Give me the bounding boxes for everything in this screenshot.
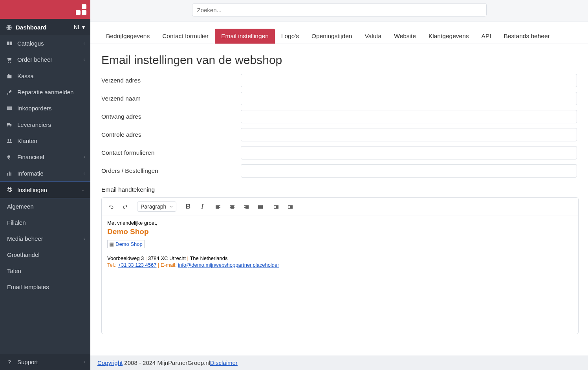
question-icon: ? (5, 359, 13, 365)
sidebar-item-label: Leveranciers (17, 121, 51, 128)
field-label: Controle adres (101, 131, 241, 138)
sidebar-item-label: Reparatie aanmelden (17, 89, 73, 95)
settings-tabs: BedrijfgegevensContact formulierEmail in… (90, 22, 588, 44)
tab-logo-s[interactable]: Logo's (275, 29, 305, 44)
align-justify-button[interactable] (256, 203, 264, 211)
tab-bedrijfgegevens[interactable]: Bedrijfgegevens (100, 29, 156, 44)
rich-text-editor: Paragraph B I (101, 197, 579, 334)
chevron-left-icon: ‹ (84, 41, 85, 46)
sidebar-subitem-label: Media beheer (7, 235, 43, 242)
sidebar-item-inkooporders[interactable]: Inkooporders (0, 100, 90, 116)
chevron-down-icon: ▾ (82, 24, 85, 30)
sidebar-item-catalogus[interactable]: Catalogus‹ (0, 35, 90, 51)
form-row: Contact formulieren (101, 146, 577, 159)
tab-bestands-beheer[interactable]: Bestands beheer (498, 29, 556, 44)
users-icon (5, 137, 13, 144)
gears-icon (5, 187, 13, 193)
sidebar-subitem-label: Algemeen (7, 203, 34, 210)
align-left-button[interactable] (214, 203, 222, 211)
sidebar-item-reparatie-aanmelden[interactable]: Reparatie aanmelden (0, 84, 90, 100)
tools-icon (5, 89, 13, 95)
sidebar-subitem-groothandel[interactable]: Groothandel (0, 247, 90, 263)
globe-icon (5, 24, 13, 31)
sidebar-item-order-beheer[interactable]: Order beheer‹ (0, 51, 90, 68)
signature-email-link[interactable]: info@demo.mijnwebshoppartner.placeholder (178, 262, 279, 268)
search-input[interactable] (192, 3, 487, 16)
chevron-left-icon: ‹ (84, 155, 85, 159)
sidebar-subitem-filialen[interactable]: Filialen (0, 214, 90, 231)
chevron-left-icon: ‹ (84, 171, 85, 176)
tab-contact-formulier[interactable]: Contact formulier (156, 29, 215, 44)
redo-button[interactable] (121, 203, 129, 211)
indent-button[interactable] (286, 203, 294, 211)
sidebar-item-financieel[interactable]: Financieel‹ (0, 149, 90, 165)
tab-website[interactable]: Website (388, 29, 422, 44)
form-row: Verzend adres (101, 74, 577, 87)
main-content: BedrijfgegevensContact formulierEmail in… (90, 0, 588, 370)
language-switcher[interactable]: NL ▾ (74, 24, 85, 30)
field-input-ontvang-adres[interactable] (241, 110, 577, 123)
cardlist-icon (5, 105, 13, 112)
sidebar-item-kassa[interactable]: Kassa (0, 68, 90, 84)
sidebar-item-instellingen[interactable]: Instellingen⌄ (0, 181, 90, 198)
euro-icon (5, 154, 13, 160)
undo-button[interactable] (107, 203, 115, 211)
signature-address: Voorbeeldweg 3 | 3784 XC Utrecht | The N… (107, 255, 573, 261)
sidebar: Dashboard NL ▾ Catalogus‹Order beheer‹Ka… (0, 0, 90, 370)
editor-content[interactable]: Met vriendelijke groet, Demo Shop ▣ Demo… (102, 216, 578, 334)
chevron-left-icon: ‹ (84, 360, 85, 364)
copyright-link[interactable]: Copyright (97, 359, 123, 366)
register-icon (5, 73, 13, 79)
tab-email-instellingen[interactable]: Email instellingen (215, 29, 275, 44)
bold-button[interactable]: B (184, 203, 192, 211)
truck-icon (5, 121, 13, 128)
bars-icon (5, 170, 13, 176)
italic-button[interactable]: I (198, 203, 206, 211)
field-label: Verzend naam (101, 95, 241, 102)
sidebar-item-label: Catalogus (17, 40, 44, 47)
tab-openingstijden[interactable]: Openingstijden (305, 29, 358, 44)
field-input-orders-bestellingen[interactable] (241, 164, 577, 178)
disclaimer-link[interactable]: Disclaimer (210, 359, 238, 366)
sidebar-subitem-label: Email templates (7, 284, 49, 290)
dashboard-label: Dashboard (16, 24, 46, 31)
align-center-button[interactable] (228, 203, 236, 211)
sidebar-subitem-label: Talen (7, 267, 21, 274)
sidebar-subitem-algemeen[interactable]: Algemeen (0, 198, 90, 214)
align-right-button[interactable] (242, 203, 250, 211)
sidebar-item-klanten[interactable]: Klanten (0, 133, 90, 149)
tab-klantgegevens[interactable]: Klantgegevens (422, 29, 475, 44)
form-row: Verzend naam (101, 92, 577, 105)
sidebar-item-label: Order beheer (17, 56, 52, 63)
sidebar-item-leveranciers[interactable]: Leveranciers (0, 116, 90, 132)
sidebar-subitem-media-beheer[interactable]: Media beheer‹ (0, 231, 90, 247)
signature-phone-link[interactable]: +31 33 123 4567 (118, 262, 156, 268)
tab-valuta[interactable]: Valuta (358, 29, 388, 44)
email-settings-form: Verzend adresVerzend naamOntvang adresCo… (90, 74, 588, 182)
field-input-controle-adres[interactable] (241, 128, 577, 141)
sidebar-dashboard-row[interactable]: Dashboard NL ▾ (0, 19, 90, 35)
tab-api[interactable]: API (475, 29, 498, 44)
broken-image-placeholder[interactable]: ▣ Demo Shop (107, 240, 145, 248)
footer: Copyright 2008 - 2024 MijnPartnerGroep.n… (90, 355, 588, 370)
field-input-verzend-adres[interactable] (241, 74, 577, 87)
chevron-left-icon: ‹ (84, 57, 85, 62)
sidebar-subitem-email-templates[interactable]: Email templates (0, 279, 90, 295)
block-format-select[interactable]: Paragraph (137, 201, 176, 212)
sidebar-item-informatie[interactable]: Informatie‹ (0, 165, 90, 181)
field-input-verzend-naam[interactable] (241, 92, 577, 105)
cart-icon (5, 56, 13, 63)
form-row: Controle adres (101, 128, 577, 141)
sidebar-item-label: Informatie (17, 170, 44, 177)
topbar (90, 0, 588, 20)
field-label: Contact formulieren (101, 149, 241, 156)
sidebar-item-label: Support (17, 359, 38, 365)
logo-icon (76, 4, 86, 15)
brand-logo[interactable] (0, 0, 90, 19)
outdent-button[interactable] (272, 203, 280, 211)
sidebar-item-support[interactable]: ? Support ‹ (0, 354, 90, 370)
field-input-contact-formulieren[interactable] (241, 146, 577, 159)
sidebar-subitem-talen[interactable]: Talen (0, 263, 90, 279)
signature-shop-name: Demo Shop (107, 227, 573, 236)
sidebar-item-label: Inkooporders (17, 105, 52, 112)
